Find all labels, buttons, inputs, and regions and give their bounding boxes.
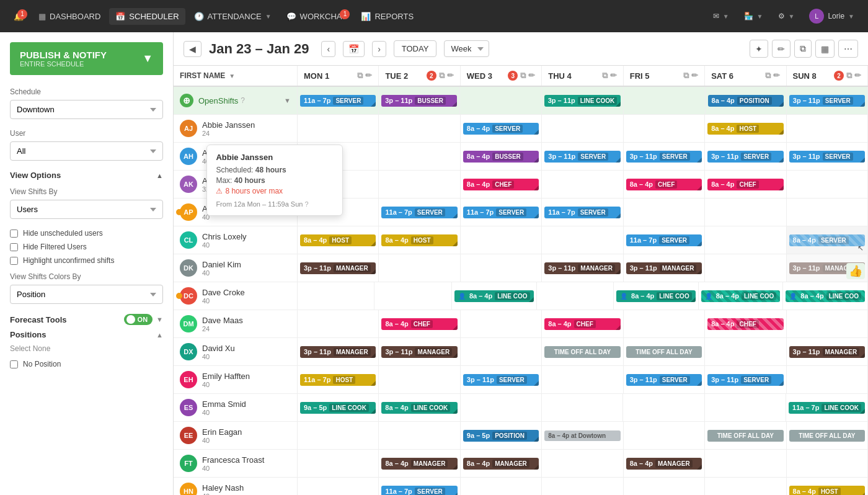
abbie-thu[interactable]	[542, 115, 623, 142]
shift-pill[interactable]: 3p – 11p SERVER	[789, 151, 865, 163]
andrea-tue[interactable]	[379, 171, 460, 198]
shift-pill[interactable]: 8a – 4p CHEF	[381, 318, 457, 330]
date-nav-cal-prev[interactable]: ‹	[321, 41, 335, 57]
emily-tue[interactable]	[379, 366, 460, 393]
chris-tue[interactable]: 8a – 4p HOST	[379, 226, 460, 254]
shift-pill[interactable]: 👤 8a – 4p LINE COO	[454, 290, 534, 302]
chris-sat[interactable]	[705, 226, 786, 254]
francesca-thu[interactable]	[542, 450, 623, 477]
abbie-fri[interactable]	[624, 115, 705, 142]
open-shifts-label[interactable]: OpenShifts ?	[198, 96, 245, 105]
today-button[interactable]: TODAY	[394, 40, 437, 57]
attendance-nav-item[interactable]: 🕐 ATTENDANCE ▼	[188, 8, 278, 25]
daniel-tue[interactable]	[379, 254, 460, 282]
emma-fri[interactable]	[623, 394, 704, 421]
shift-pill[interactable]: 9a – 5p POSITION	[463, 430, 539, 442]
andrea-wed[interactable]: 8a – 4p CHEF	[461, 171, 542, 198]
shift-pill[interactable]: 3p – 11p SERVER	[626, 151, 702, 163]
haley-sun[interactable]: 8a – 4p HOST	[787, 478, 868, 495]
davidxu-sat[interactable]	[705, 338, 786, 365]
edit-icon[interactable]: ✏	[528, 71, 535, 81]
copy-icon[interactable]: ⧉	[520, 71, 526, 81]
francesca-sun[interactable]	[787, 450, 868, 477]
daniel-fri[interactable]: 3p – 11p MANAGER	[624, 254, 705, 282]
edit-button[interactable]: ✏	[772, 40, 790, 58]
workchat-nav-item[interactable]: 💬 WORKCHAT 1	[280, 8, 353, 25]
notifications-button[interactable]: 🔔 1	[7, 8, 30, 25]
al-sun[interactable]: 3p – 11p SERVER	[787, 143, 868, 170]
date-nav-cal-icon[interactable]: 📅	[343, 41, 365, 57]
erin-sun[interactable]: TIME OFF ALL DAY	[787, 422, 868, 449]
positions-header[interactable]: Positions ▲	[10, 330, 163, 339]
andrea-fri[interactable]: 8a – 4p CHEF	[624, 171, 705, 198]
shift-pill[interactable]: 11a – 7p LINE COOK	[789, 402, 865, 414]
name-column-header[interactable]: FIRST NAME ▼	[174, 66, 298, 86]
al-thu[interactable]: 3p – 11p SERVER	[542, 143, 623, 170]
emily-mon[interactable]: 11a – 7p HOST	[298, 366, 379, 393]
daniel-sat[interactable]	[705, 254, 786, 282]
shift-pill[interactable]: 11a – 7p SERVER	[626, 234, 702, 246]
haley-wed[interactable]	[461, 478, 542, 495]
haley-thu[interactable]	[542, 478, 623, 495]
chris-sun[interactable]: 8a – 4p SERVER ↖	[787, 226, 868, 254]
erin-thu[interactable]: 8a – 4p at Dowtown	[542, 422, 623, 449]
haley-sat[interactable]	[705, 478, 786, 495]
emily-thu[interactable]	[542, 366, 623, 393]
davemaas-sat[interactable]: 8a – 4p CHEF	[705, 310, 786, 337]
more-options-button[interactable]: ⋯	[838, 40, 858, 58]
open-shifts-chevron[interactable]: ▼	[284, 97, 291, 104]
shift-pill[interactable]: 8a – 4p BUSSER	[463, 151, 539, 163]
davidxu-wed[interactable]	[461, 338, 542, 365]
emma-thu[interactable]	[542, 394, 623, 421]
open-shift-pill[interactable]: 8a – 4p POSITION	[708, 95, 784, 107]
hide-filtered-input[interactable]	[10, 243, 18, 251]
timeoff-pill[interactable]: TIME OFF ALL DAY	[626, 346, 702, 358]
chris-wed[interactable]	[461, 226, 542, 254]
reports-nav-item[interactable]: 📊 REPORTS	[355, 8, 420, 25]
shift-pill[interactable]: 8a – 4p CHEF	[544, 318, 620, 330]
daniel-sun[interactable]: 3p – 11p MANAGER 👍	[787, 254, 868, 282]
timeoff-pill[interactable]: TIME OFF ALL DAY	[544, 346, 620, 358]
shift-pill[interactable]: 3p – 11p MANAGER	[544, 262, 620, 274]
user-select[interactable]: All	[10, 141, 163, 161]
daniel-thu[interactable]: 3p – 11p MANAGER	[542, 254, 623, 282]
abbie-sun[interactable]	[787, 115, 868, 142]
open-shifts-tue[interactable]: 3p – 11p BUSSER	[379, 87, 460, 114]
arjun-tue[interactable]: 11a – 7p SERVER	[379, 198, 460, 226]
shift-pill[interactable]: 3p – 11p SERVER	[463, 374, 539, 386]
edit-icon[interactable]: ✏	[447, 71, 454, 81]
davecroke-fri[interactable]: 👤 8a – 4p LINE COO	[614, 282, 699, 310]
shift-pill[interactable]: 3p – 11p SERVER	[544, 151, 620, 163]
timeoff-pill[interactable]: TIME OFF ALL DAY	[789, 430, 865, 442]
week-view-select[interactable]: Week	[444, 40, 489, 57]
shift-pill[interactable]: 8a – 4p at Dowtown	[544, 430, 620, 441]
francesca-tue[interactable]: 8a – 4p MANAGER	[379, 450, 460, 477]
shift-pill[interactable]: 3p – 11p MANAGER	[789, 346, 865, 358]
al-wed[interactable]: 8a – 4p BUSSER	[461, 143, 542, 170]
francesca-fri[interactable]: 8a – 4p MANAGER	[624, 450, 705, 477]
open-shift-pill[interactable]: 3p – 11p SERVER	[789, 95, 865, 107]
shift-pill[interactable]: 8a – 4p HOST	[381, 234, 457, 246]
chris-thu[interactable]	[542, 226, 623, 254]
open-shift-pill[interactable]: 11a – 7p SERVER	[300, 95, 376, 107]
andrea-thu[interactable]	[542, 171, 623, 198]
shift-pill[interactable]: 8a – 4p CHEF	[626, 179, 702, 190]
date-nav-left[interactable]: ◀	[184, 41, 202, 57]
messages-button[interactable]: ✉ ▼	[707, 8, 735, 24]
erin-mon[interactable]	[298, 422, 379, 449]
shift-pill[interactable]: 8a – 4p SERVER	[789, 234, 865, 246]
edit-icon[interactable]: ✏	[365, 71, 372, 81]
abbie-sat[interactable]: 8a – 4p HOST	[705, 115, 786, 142]
davidxu-thu[interactable]: TIME OFF ALL DAY	[542, 338, 623, 365]
shift-pill[interactable]: 8a – 4p LINE COOK	[381, 402, 457, 414]
copy-button[interactable]: ⧉	[794, 40, 812, 58]
shift-pill[interactable]: 👤 8a – 4p LINE COO	[616, 290, 696, 302]
abbie-mon[interactable]	[298, 115, 379, 142]
arjun-thu[interactable]: 11a – 7p SERVER	[542, 198, 623, 226]
abbie-tue[interactable]	[379, 115, 460, 142]
dashboard-nav-item[interactable]: ▦ DASHBOARD	[32, 8, 107, 25]
shift-pill[interactable]: 11a – 7p SERVER	[544, 207, 620, 218]
haley-fri[interactable]	[624, 478, 705, 495]
copy-icon[interactable]: ⧉	[683, 71, 689, 81]
date-nav-cal-next[interactable]: ›	[372, 41, 386, 57]
